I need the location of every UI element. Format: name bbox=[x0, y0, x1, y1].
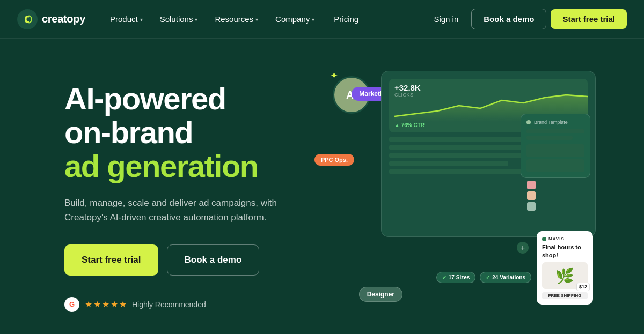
star-2: ★ bbox=[93, 299, 101, 309]
brand-card-header: Brand Template bbox=[526, 120, 584, 125]
hero-section: AI-powered on-brand ad generation Build,… bbox=[0, 39, 644, 334]
swatch-green bbox=[527, 202, 536, 211]
rating-label: Highly Recommended bbox=[132, 300, 206, 309]
check-icon-2: ✓ bbox=[486, 274, 490, 280]
hero-buttons: Start free trial Book a demo bbox=[64, 244, 354, 276]
brand-dot bbox=[526, 120, 531, 124]
sparkle-icon: ✦ bbox=[330, 70, 338, 81]
product-card-title: Final hours to shop! bbox=[542, 243, 588, 259]
plus-button[interactable]: + bbox=[517, 242, 529, 254]
hero-content: AI-powered on-brand ad generation Build,… bbox=[64, 82, 354, 311]
star-5-half: ★ bbox=[119, 299, 127, 309]
chevron-down-icon: ▾ bbox=[140, 17, 143, 23]
g2-logo: G bbox=[64, 297, 79, 312]
sizes-variations-badge: ✓ 17 Sizes ✓ 24 Variations bbox=[436, 272, 531, 283]
hero-start-trial-button[interactable]: Start free trial bbox=[64, 244, 158, 276]
nav-start-trial-button[interactable]: Start free trial bbox=[551, 9, 627, 29]
hero-rating: G ★ ★ ★ ★ ★ Highly Recommended bbox=[64, 297, 354, 312]
logo-text: creatopy bbox=[42, 13, 85, 25]
swatch-salmon bbox=[527, 191, 536, 200]
check-icon: ✓ bbox=[442, 274, 447, 280]
nav-book-demo-button[interactable]: Book a demo bbox=[471, 9, 546, 29]
chevron-down-icon: ▾ bbox=[312, 17, 314, 23]
plant-icon: 🌿 bbox=[555, 267, 574, 285]
star-4: ★ bbox=[111, 299, 118, 309]
hero-visual: ✦ AI Marketing PPC Ops. Designer +32.8K … bbox=[354, 60, 601, 334]
ctr-stat: ▲ 76% CTR bbox=[394, 122, 425, 128]
swatch-pink bbox=[527, 181, 536, 189]
chevron-down-icon: ▾ bbox=[195, 17, 197, 23]
nav-item-pricing[interactable]: Pricing bbox=[326, 10, 366, 28]
mavis-logo-icon bbox=[542, 237, 546, 241]
nav-item-company[interactable]: Company ▾ bbox=[268, 10, 322, 28]
star-rating: ★ ★ ★ ★ ★ bbox=[85, 299, 127, 309]
svg-point-0 bbox=[17, 9, 38, 29]
designer-tag: Designer bbox=[359, 287, 402, 302]
product-image: 🌿 $12 bbox=[542, 262, 588, 289]
color-swatches bbox=[527, 181, 536, 211]
nav-right: Sign in Book a demo Start free trial bbox=[425, 9, 627, 29]
hero-title: AI-powered on-brand ad generation bbox=[64, 82, 354, 183]
signin-button[interactable]: Sign in bbox=[425, 10, 467, 28]
price-tag: $12 bbox=[576, 283, 590, 291]
hero-book-demo-button[interactable]: Book a demo bbox=[167, 244, 260, 276]
dash-row-2 bbox=[389, 145, 538, 150]
free-shipping-label: FREE SHIPPING bbox=[542, 292, 588, 299]
chevron-down-icon: ▾ bbox=[255, 17, 258, 23]
dash-row-4 bbox=[389, 161, 508, 166]
logo-link[interactable]: creatopy bbox=[17, 9, 85, 29]
hero-subtitle: Build, manage, scale and deliver ad camp… bbox=[64, 196, 301, 225]
product-ad-card: MAVIS Final hours to shop! 🌿 $12 FREE SH… bbox=[537, 231, 593, 305]
nav-item-solutions[interactable]: Solutions ▾ bbox=[152, 10, 206, 28]
nav-item-resources[interactable]: Resources ▾ bbox=[207, 10, 266, 28]
variations-pill: ✓ 24 Variations bbox=[480, 272, 531, 283]
creatopy-logo-icon bbox=[17, 9, 38, 29]
star-3: ★ bbox=[102, 299, 109, 309]
svg-point-1 bbox=[542, 237, 546, 241]
brand-template-card: Brand Template bbox=[521, 114, 590, 178]
navbar: creatopy Product ▾ Solutions ▾ Resources… bbox=[0, 0, 644, 39]
product-brand: MAVIS bbox=[542, 236, 588, 241]
nav-links: Product ▾ Solutions ▾ Resources ▾ Compan… bbox=[103, 10, 425, 28]
sizes-pill: ✓ 17 Sizes bbox=[436, 272, 475, 283]
star-1: ★ bbox=[85, 299, 92, 309]
nav-item-product[interactable]: Product ▾ bbox=[103, 10, 150, 28]
